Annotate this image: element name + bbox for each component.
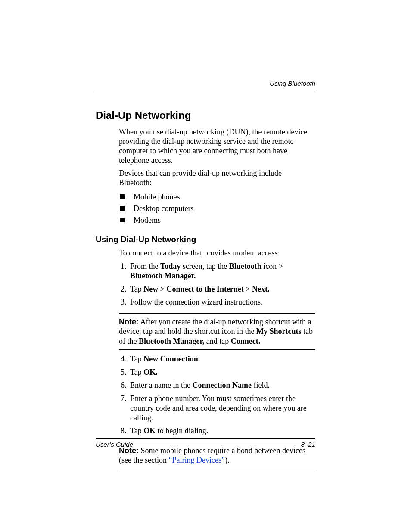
intro-paragraph: When you use dial-up networking (DUN), t… xyxy=(119,128,315,165)
text: field. xyxy=(252,381,270,389)
text: Tap xyxy=(130,355,143,363)
text: ). xyxy=(225,456,230,464)
list-item: Mobile phones xyxy=(119,191,315,203)
steps-list-b: Tap New Connection. Tap OK. Enter a name… xyxy=(119,354,315,436)
bold: New xyxy=(143,285,158,293)
bold: Bluetooth Manager. xyxy=(130,271,196,280)
subsection-lead: To connect to a device that provides mod… xyxy=(119,249,315,258)
note-label: Note: xyxy=(119,317,139,326)
text: Tap xyxy=(130,285,143,293)
step-5: Tap OK. xyxy=(128,367,315,377)
step-2: Tap New > Connect to the Internet > Next… xyxy=(128,284,315,294)
step-4: Tap New Connection. xyxy=(128,354,315,364)
devices-lead: Devices that can provide dial-up network… xyxy=(119,169,315,188)
step-3: Follow the connection wizard instruction… xyxy=(128,297,315,307)
page: Using Bluetooth Dial-Up Networking When … xyxy=(0,0,411,469)
bold: OK xyxy=(143,426,156,435)
bold: Connect to the Internet xyxy=(166,285,243,293)
text: > xyxy=(244,285,252,293)
running-header: Using Bluetooth xyxy=(96,80,315,90)
list-item: Desktop computers xyxy=(119,203,315,215)
text: and tap xyxy=(204,337,230,345)
list-item: Modems xyxy=(119,215,315,226)
subsection-title: Using Dial-Up Networking xyxy=(96,235,315,244)
bold: Connection Name xyxy=(192,381,252,389)
step-6: Enter a name in the Connection Name fiel… xyxy=(128,380,315,390)
footer-right: 8–21 xyxy=(301,441,315,448)
page-footer: User’s Guide 8–21 xyxy=(96,438,315,448)
text: screen, tap the xyxy=(181,262,229,271)
text: to begin dialing. xyxy=(156,426,208,435)
text: icon > xyxy=(262,262,283,271)
text: From the xyxy=(130,262,160,271)
bold: Bluetooth xyxy=(229,262,262,271)
steps-list-a: From the Today screen, tap the Bluetooth… xyxy=(119,261,315,307)
bold: Connect. xyxy=(231,337,261,345)
bold: OK. xyxy=(143,368,158,376)
bold: Today xyxy=(160,262,181,271)
text: Tap xyxy=(130,368,143,376)
subsection-body: To connect to a device that provides mod… xyxy=(119,249,315,469)
footer-left: User’s Guide xyxy=(96,441,133,448)
pairing-devices-link[interactable]: “Pairing Devices” xyxy=(168,456,224,464)
text: Tap xyxy=(130,426,143,435)
bold: Next. xyxy=(252,285,269,293)
section-body: When you use dial-up networking (DUN), t… xyxy=(119,128,315,226)
section-title: Dial-Up Networking xyxy=(96,109,315,121)
text: Enter a name in the xyxy=(130,381,192,389)
step-8: Tap OK to begin dialing. xyxy=(128,426,315,436)
bold: My Shortcuts xyxy=(256,327,302,336)
bold: Bluetooth Manager, xyxy=(139,337,204,345)
text: > xyxy=(158,285,166,293)
bold: New Connection. xyxy=(143,355,200,363)
step-1: From the Today screen, tap the Bluetooth… xyxy=(128,261,315,281)
note-1: Note: After you create the dial-up netwo… xyxy=(119,313,315,350)
device-list: Mobile phones Desktop computers Modems xyxy=(119,191,315,226)
step-7: Enter a phone number. You must sometimes… xyxy=(128,394,315,423)
